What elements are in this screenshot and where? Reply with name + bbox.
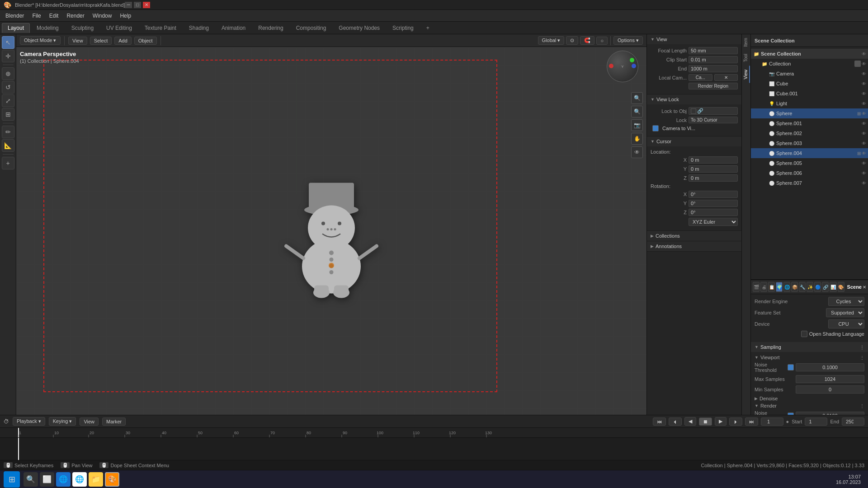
prop-tab-physics[interactable]: 🔵 (814, 282, 821, 292)
view-type-button[interactable]: 👁 (631, 146, 643, 158)
outliner-item-sphere005[interactable]: ⚪ Sphere.005 👁 (751, 158, 868, 168)
play-reverse-button[interactable]: ◀ (684, 417, 696, 426)
taskbar-taskview[interactable]: ⬜ (40, 472, 54, 487)
menu-window[interactable]: Window (89, 12, 116, 20)
sidebar-tab-item[interactable]: Item (742, 34, 750, 50)
zoom-in-button[interactable]: 🔍 (631, 92, 643, 104)
cursor-z-input[interactable] (689, 174, 738, 182)
view-lock-header[interactable]: ▼ View Lock (647, 94, 741, 104)
outliner-item-cube[interactable]: ⬜ Cube 👁 (751, 79, 868, 89)
outliner-item-camera[interactable]: 📷 Camera 👁 (751, 69, 868, 79)
tab-texture-paint[interactable]: Texture Paint (139, 23, 182, 33)
marker-menu[interactable]: Marker (102, 418, 126, 426)
noise-threshold-checkbox[interactable] (788, 364, 794, 371)
close-button[interactable]: ✕ (143, 2, 150, 8)
cursor-rx-input[interactable] (689, 191, 738, 198)
render-engine-select[interactable]: Cycles (828, 297, 864, 306)
tab-scripting[interactable]: Scripting (387, 23, 420, 33)
taskbar-chrome[interactable]: 🌐 (72, 472, 87, 487)
view-menu-timeline[interactable]: View (80, 418, 99, 426)
play-button[interactable]: ▶ (715, 417, 726, 426)
outliner-item-collection[interactable]: 📁 Collection 👁 (751, 59, 868, 69)
sphere006-eye-icon[interactable]: 👁 (862, 171, 866, 176)
prev-frame-button[interactable]: ⏴ (669, 418, 682, 426)
render-noise-input[interactable] (796, 412, 864, 415)
sampling-options-icon[interactable]: ⋮ (860, 345, 864, 350)
tab-rendering[interactable]: Rendering (252, 23, 289, 33)
next-frame-button[interactable]: ⏵ (729, 418, 742, 426)
nav-gizmo[interactable]: Y (607, 51, 643, 87)
tab-uv-editing[interactable]: UV Editing (100, 23, 138, 33)
rotate-tool-button[interactable]: ↺ (2, 81, 14, 94)
tab-geometry-nodes[interactable]: Geometry Nodes (333, 23, 386, 33)
jump-start-button[interactable]: ⏮ (653, 418, 666, 426)
sidebar-tab-view[interactable]: View (742, 66, 750, 83)
tab-shading[interactable]: Shading (183, 23, 215, 33)
taskbar-search[interactable]: 🔍 (24, 472, 38, 487)
focal-length-input[interactable] (689, 47, 738, 54)
prop-tab-view-layer[interactable]: 📋 (768, 282, 775, 292)
keying-menu[interactable]: Keying ▾ (49, 417, 76, 426)
sphere005-eye-icon[interactable]: 👁 (862, 161, 866, 166)
snap-button[interactable]: 🧲 (580, 36, 594, 45)
camera-view-button[interactable]: 📷 (631, 119, 643, 131)
sphere-eye-icon[interactable]: 👁 (862, 111, 866, 116)
sphere004-eye-icon[interactable]: 👁 (862, 151, 866, 156)
tab-add[interactable]: + (420, 23, 435, 33)
feature-set-select[interactable]: Supported (826, 308, 864, 317)
prop-tab-output[interactable]: 🖨 (760, 282, 767, 292)
menu-help[interactable]: Help (116, 12, 135, 20)
taskbar-blender[interactable]: 🎨 (105, 472, 119, 487)
sphere003-eye-icon[interactable]: 👁 (862, 141, 866, 146)
view-menu[interactable]: View (68, 37, 87, 45)
tab-modeling[interactable]: Modeling (31, 23, 65, 33)
outliner-item-sphere002[interactable]: ⚪ Sphere.002 👁 (751, 128, 868, 138)
camera-to-vi-checkbox[interactable] (652, 125, 659, 131)
taskbar-file-explorer[interactable]: 📁 (89, 472, 103, 487)
cube-eye-icon[interactable]: 👁 (862, 81, 866, 86)
start-frame-input[interactable] (805, 418, 827, 426)
max-samples-input[interactable] (796, 375, 864, 383)
camera-eye-icon[interactable]: 👁 (862, 71, 866, 76)
stop-button[interactable]: ⏹ (699, 418, 712, 426)
prop-tab-world[interactable]: 🌐 (783, 282, 790, 292)
prop-tab-object[interactable]: 📦 (791, 282, 798, 292)
euler-mode-select[interactable]: XYZ Euler (689, 218, 738, 226)
prop-tab-material[interactable]: 🎨 (838, 282, 844, 292)
tab-animation[interactable]: Animation (216, 23, 251, 33)
lock-value[interactable]: To 3D Cursor (689, 117, 738, 123)
measure-tool-button[interactable]: 📐 (2, 139, 14, 152)
options-menu[interactable]: Options ▾ (613, 36, 643, 45)
outliner-item-sphere004[interactable]: ⚪ Sphere.004 ⊞ 👁 (751, 148, 868, 158)
move-view-button[interactable]: ✋ (631, 133, 643, 145)
cursor-x-input[interactable] (689, 156, 738, 164)
proportional-edit-button[interactable]: ○ (596, 37, 608, 45)
prop-tab-data[interactable]: 📊 (830, 282, 836, 292)
tab-compositing[interactable]: Compositing (290, 23, 332, 33)
prop-tab-render[interactable]: 🎬 (753, 282, 760, 292)
collection-eye-icon[interactable]: 👁 (862, 61, 866, 66)
sphere007-eye-icon[interactable]: 👁 (862, 181, 866, 186)
min-samples-input[interactable] (796, 385, 864, 394)
add-object-button[interactable]: + (2, 157, 14, 169)
add-menu[interactable]: Add (114, 37, 132, 45)
cursor-section-header[interactable]: ▼ Cursor (647, 136, 741, 146)
maximize-button[interactable]: □ (134, 2, 141, 8)
current-frame-input[interactable] (761, 418, 783, 426)
clip-end-input[interactable] (689, 65, 738, 72)
sphere001-eye-icon[interactable]: 👁 (862, 121, 866, 126)
viewport-canvas[interactable]: Camera Perspective (1) Collection | Sphe… (16, 47, 646, 415)
sphere002-eye-icon[interactable]: 👁 (862, 131, 866, 136)
transform-pivot-button[interactable]: ⊙ (566, 36, 578, 45)
playback-menu[interactable]: Playback ▾ (13, 417, 45, 426)
cube001-eye-icon[interactable]: 👁 (862, 91, 866, 96)
annotate-tool-button[interactable]: ✏ (2, 126, 14, 138)
clip-start-input[interactable] (689, 56, 738, 63)
menu-edit[interactable]: Edit (46, 12, 62, 20)
outliner-item-sphere006[interactable]: ⚪ Sphere.006 👁 (751, 168, 868, 178)
noise-threshold-input[interactable] (796, 363, 864, 371)
outliner-item-sphere003[interactable]: ⚪ Sphere.003 👁 (751, 138, 868, 148)
view-section-header[interactable]: ▼ View (647, 34, 741, 44)
taskbar-start-button[interactable]: ⊞ (4, 471, 20, 488)
viewport-options-icon[interactable]: ⋮ (860, 355, 864, 360)
